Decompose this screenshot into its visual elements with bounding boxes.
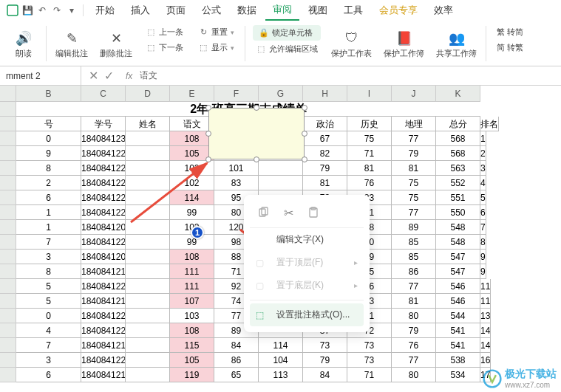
show-button[interactable]: ⬚显示▾ (195, 41, 237, 55)
cell[interactable]: 568 (436, 146, 480, 161)
cell[interactable]: 2 (480, 146, 486, 161)
cell[interactable]: 1840841220 (81, 309, 126, 323)
cell[interactable]: 563 (436, 161, 480, 176)
cell[interactable]: 105 (170, 353, 214, 368)
col-header[interactable]: F (214, 86, 259, 102)
cell[interactable]: 5 (16, 294, 81, 309)
delete-comment-button[interactable]: ✕ 删除批注 (95, 24, 137, 63)
cell[interactable]: 111 (170, 264, 214, 279)
cell[interactable]: 102 (170, 176, 214, 190)
cell[interactable]: 538 (436, 353, 480, 368)
cell[interactable]: 82 (303, 146, 347, 161)
cell[interactable]: 568 (436, 131, 480, 146)
cell[interactable]: 86 (214, 353, 259, 368)
cell[interactable]: 104 (259, 353, 303, 368)
cell[interactable]: 3 (480, 161, 486, 176)
cell[interactable]: 546 (436, 279, 480, 294)
cell[interactable] (126, 323, 170, 338)
cell[interactable]: 101 (214, 161, 259, 176)
cell[interactable]: 81 (392, 294, 436, 309)
cell[interactable]: 79 (392, 146, 436, 161)
cell[interactable] (126, 220, 170, 235)
cell[interactable]: 1840841221 (81, 205, 126, 220)
cell[interactable] (126, 264, 170, 279)
cell[interactable]: 548 (436, 235, 480, 250)
cell[interactable]: 0 (16, 131, 81, 146)
spreadsheet[interactable]: BCDEFGHIJK 2年 班高三期末成绩单号学号姓名语文政治历史地理总分排名0… (0, 86, 561, 382)
save-icon[interactable]: 💾 (21, 4, 34, 17)
cell[interactable]: 6 (16, 368, 81, 382)
cell[interactable]: 541 (436, 338, 480, 353)
cell[interactable]: 1840841201 (81, 220, 126, 235)
cell[interactable]: 1840841216 (81, 368, 126, 382)
cell[interactable]: 103 (170, 309, 214, 323)
cell[interactable] (126, 309, 170, 323)
cell[interactable]: 79 (303, 353, 347, 368)
cell[interactable]: 5 (16, 279, 81, 294)
cell[interactable]: 1840841229 (81, 146, 126, 161)
cell[interactable]: 85 (392, 235, 436, 250)
table-header[interactable]: 号 (16, 117, 81, 131)
cell[interactable]: 108 (170, 250, 214, 264)
cell[interactable]: 13 (480, 309, 491, 323)
cell[interactable]: 7 (16, 338, 81, 353)
tab-formula[interactable]: 公式 (194, 1, 228, 20)
tab-view[interactable]: 视图 (301, 1, 335, 20)
cell[interactable] (126, 190, 170, 205)
col-header[interactable]: G (259, 86, 303, 102)
cell[interactable]: 8 (480, 235, 486, 250)
cell[interactable]: 80 (392, 368, 436, 382)
cell[interactable]: 1840841223 (81, 353, 126, 368)
cell[interactable] (259, 161, 303, 176)
cell[interactable]: 551 (436, 190, 480, 205)
cell[interactable]: 73 (347, 353, 392, 368)
cell[interactable]: 544 (436, 309, 480, 323)
cell[interactable]: 16 (480, 353, 491, 368)
cell[interactable]: 541 (436, 323, 480, 338)
cell[interactable]: 99 (170, 205, 214, 220)
col-header[interactable]: C (81, 86, 126, 102)
cell[interactable]: 76 (392, 338, 436, 353)
table-header[interactable]: 政治 (303, 117, 347, 131)
col-header[interactable]: H (303, 86, 347, 102)
ctx-format-comment[interactable]: ⬚设置批注格式(O)... (250, 303, 364, 326)
to-simplified-button[interactable]: 繁 转简 (494, 25, 526, 39)
cell[interactable]: 71 (347, 146, 392, 161)
col-header[interactable]: J (392, 86, 436, 102)
cell[interactable]: 113 (259, 368, 303, 382)
copy-icon[interactable] (256, 205, 271, 220)
tab-tools[interactable]: 工具 (336, 1, 370, 20)
cell[interactable]: 1840841218 (81, 264, 126, 279)
cell[interactable]: 5 (480, 190, 486, 205)
table-header[interactable]: 语文 (170, 117, 214, 131)
cell[interactable]: 81 (347, 161, 392, 176)
cell[interactable]: 8 (16, 161, 81, 176)
lock-cell-button[interactable]: 🔒锁定单元格 (253, 25, 321, 41)
cell[interactable]: 7 (16, 235, 81, 250)
cell[interactable]: 79 (392, 323, 436, 338)
cell[interactable]: 1 (480, 131, 486, 146)
cell[interactable]: 1840841227 (81, 235, 126, 250)
col-header[interactable]: E (170, 86, 214, 102)
cell[interactable]: 1840841230 (81, 131, 126, 146)
cell[interactable]: 1840841226 (81, 190, 126, 205)
cell[interactable]: 77 (392, 353, 436, 368)
protect-sheet-button[interactable]: 🛡 保护工作表 (327, 24, 376, 63)
cell[interactable] (126, 176, 170, 190)
name-box[interactable]: mment 2 (0, 66, 81, 85)
cell[interactable]: 4 (480, 176, 486, 190)
table-header[interactable]: 排名 (480, 117, 499, 131)
cell[interactable]: 65 (214, 368, 259, 382)
cell[interactable]: 75 (347, 131, 392, 146)
cell[interactable]: 547 (436, 250, 480, 264)
cell[interactable]: 86 (392, 264, 436, 279)
cell[interactable] (126, 205, 170, 220)
cell[interactable]: 76 (347, 176, 392, 190)
cell[interactable]: 9 (480, 250, 486, 264)
tab-start[interactable]: 开始 (88, 1, 122, 20)
cell[interactable]: 115 (170, 338, 214, 353)
cell[interactable]: 14 (480, 338, 491, 353)
cell[interactable] (126, 146, 170, 161)
prev-comment-button[interactable]: ⬚上一条 (143, 25, 186, 39)
cell[interactable]: 1840841228 (81, 161, 126, 176)
